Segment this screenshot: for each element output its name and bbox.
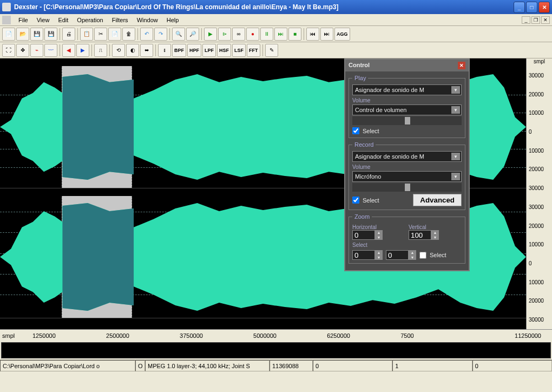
agg-button[interactable]: AGG bbox=[334, 28, 350, 41]
menu-edit[interactable]: Edit bbox=[54, 16, 73, 24]
bpf-button[interactable]: BPF bbox=[172, 44, 186, 57]
save-icon[interactable]: 💾 bbox=[30, 28, 43, 41]
spin-down-icon[interactable]: ▼ bbox=[375, 235, 383, 240]
fft-button[interactable]: FFT bbox=[247, 44, 260, 57]
record-device-combo[interactable]: Asignador de sonido de M bbox=[352, 151, 462, 162]
maximize-button[interactable]: □ bbox=[526, 2, 537, 13]
menu-view[interactable]: View bbox=[32, 16, 54, 24]
control-close-button[interactable]: ✕ bbox=[458, 62, 465, 69]
zoom-select-a-input[interactable] bbox=[352, 250, 375, 260]
play-volume-combo[interactable]: Control de volumen bbox=[352, 104, 462, 115]
tool-fullscreen-icon[interactable]: ⛶ bbox=[2, 44, 15, 57]
zoom-select-checkbox[interactable] bbox=[419, 252, 426, 259]
status-path: C:\Personal\MP3\Para Copiar\Lord o bbox=[0, 360, 135, 371]
copy-icon[interactable]: 📋 bbox=[80, 28, 93, 41]
scale-unit-label: smpl bbox=[527, 58, 552, 66]
tool-normalize-icon[interactable]: ⎍ bbox=[94, 44, 107, 57]
tool-waveform-icon[interactable]: 〰 bbox=[44, 44, 57, 57]
zoom-in-icon[interactable]: 🔍 bbox=[172, 28, 185, 41]
lsf-button[interactable]: LSF bbox=[232, 44, 246, 57]
record-legend: Record bbox=[352, 141, 376, 148]
tool-stretch-icon[interactable]: ⬌ bbox=[140, 44, 153, 57]
record-volume-combo[interactable]: Micrófono bbox=[352, 171, 462, 182]
cut-icon[interactable]: ✂ bbox=[94, 28, 107, 41]
step-icon[interactable]: ⏭ bbox=[274, 28, 287, 41]
record-select-label: Select bbox=[363, 197, 379, 204]
play-volume-slider[interactable] bbox=[352, 116, 462, 125]
record-select-checkbox[interactable] bbox=[352, 197, 359, 204]
status-p1: 0 bbox=[313, 360, 392, 371]
play-device-combo[interactable]: Asignador de sonido de M bbox=[352, 84, 462, 95]
status-samples: 11369088 bbox=[270, 360, 313, 371]
undo-icon[interactable]: ↶ bbox=[140, 28, 153, 41]
tool-amplitude-icon[interactable]: ⌁ bbox=[30, 44, 43, 57]
control-panel[interactable]: Control ✕ Play Asignador de sonido de M … bbox=[344, 58, 470, 271]
scale-tick: 20000 bbox=[529, 166, 544, 172]
amplitude-scale: smpl 30000 20000 10000 0 10000 20000 300… bbox=[526, 58, 552, 329]
timeline[interactable]: smpl 1250000 2500000 3750000 5000000 625… bbox=[0, 329, 552, 341]
tool-reverse-icon[interactable]: ⟲ bbox=[112, 44, 125, 57]
stop-icon[interactable]: ■ bbox=[288, 28, 301, 41]
redo-icon[interactable]: ↷ bbox=[154, 28, 167, 41]
goto-end-icon[interactable]: ⏭ bbox=[320, 28, 333, 41]
tool-echo-icon[interactable]: ◐ bbox=[126, 44, 139, 57]
lpf-button[interactable]: LPF bbox=[202, 44, 216, 57]
timeline-tick: 5000000 bbox=[253, 332, 277, 339]
advanced-button[interactable]: Advanced bbox=[413, 194, 462, 206]
tool-eq-icon[interactable]: ⫾ bbox=[158, 44, 171, 57]
menu-help[interactable]: Help bbox=[162, 16, 183, 24]
level-meter bbox=[1, 342, 551, 358]
menu-operation[interactable]: Operation bbox=[73, 16, 107, 24]
goto-start-icon[interactable]: ⏮ bbox=[306, 28, 319, 41]
spin-up-icon[interactable]: ▲ bbox=[409, 250, 416, 255]
print-icon[interactable]: 🖨 bbox=[62, 28, 75, 41]
tool-move-icon[interactable]: ✥ bbox=[16, 44, 29, 57]
zoom-select-label: Select bbox=[352, 242, 462, 248]
record-icon[interactable]: ● bbox=[246, 28, 259, 41]
tool-fadeout-icon[interactable]: ◀ bbox=[62, 44, 75, 57]
doc-restore-button[interactable]: ❐ bbox=[531, 16, 540, 24]
paste-icon[interactable]: 📄 bbox=[108, 28, 121, 41]
timeline-tick: 7500 bbox=[400, 332, 413, 339]
menu-file[interactable]: File bbox=[14, 16, 32, 24]
zoom-select-b-input[interactable] bbox=[386, 250, 409, 260]
scale-tick: 0 bbox=[529, 260, 532, 266]
spin-up-icon[interactable]: ▲ bbox=[431, 230, 439, 235]
play-icon[interactable]: ▶ bbox=[204, 28, 217, 41]
zoom-out-icon[interactable]: 🔎 bbox=[186, 28, 199, 41]
app-icon-small bbox=[2, 16, 11, 24]
spin-up-icon[interactable]: ▲ bbox=[375, 250, 383, 255]
record-volume-slider[interactable] bbox=[352, 183, 462, 192]
record-volume-label: Volume bbox=[352, 164, 462, 170]
timeline-unit-label: smpl bbox=[0, 330, 22, 341]
play-start-icon[interactable]: ⊳ bbox=[218, 28, 231, 41]
tool-fadein-icon[interactable]: ▶ bbox=[76, 44, 89, 57]
zoom-horizontal-input[interactable] bbox=[352, 230, 375, 240]
spin-down-icon[interactable]: ▼ bbox=[431, 235, 439, 240]
save-as-icon[interactable]: 💾 bbox=[44, 28, 57, 41]
scale-tick: 0 bbox=[529, 129, 532, 135]
spin-up-icon[interactable]: ▲ bbox=[375, 230, 383, 235]
menu-window[interactable]: Window bbox=[133, 16, 162, 24]
doc-minimize-button[interactable]: _ bbox=[522, 16, 530, 24]
hpf-button[interactable]: HPF bbox=[187, 44, 201, 57]
new-icon[interactable]: 📄 bbox=[2, 28, 15, 41]
spin-down-icon[interactable]: ▼ bbox=[409, 255, 416, 260]
close-button[interactable]: ✕ bbox=[538, 2, 550, 13]
minimize-button[interactable]: _ bbox=[514, 2, 525, 13]
window-title: Dexster - [C:\Personal\MP3\Para Copiar\L… bbox=[14, 3, 514, 11]
scale-tick: 10000 bbox=[529, 279, 544, 285]
scale-tick: 30000 bbox=[529, 185, 544, 191]
delete-icon[interactable]: 🗑 bbox=[122, 28, 135, 41]
hsf-button[interactable]: HSF bbox=[217, 44, 231, 57]
play-fieldset: Play Asignador de sonido de M Volume Con… bbox=[349, 75, 465, 138]
loop-icon[interactable]: ∞ bbox=[232, 28, 245, 41]
tool-edit-icon[interactable]: ✎ bbox=[265, 44, 278, 57]
doc-close-button[interactable]: ✕ bbox=[541, 16, 550, 24]
open-icon[interactable]: 📂 bbox=[16, 28, 29, 41]
menu-filters[interactable]: Filters bbox=[108, 16, 133, 24]
spin-down-icon[interactable]: ▼ bbox=[375, 255, 383, 260]
zoom-vertical-input[interactable] bbox=[409, 230, 431, 240]
pause-icon[interactable]: ⏸ bbox=[260, 28, 273, 41]
play-select-checkbox[interactable] bbox=[352, 127, 359, 134]
